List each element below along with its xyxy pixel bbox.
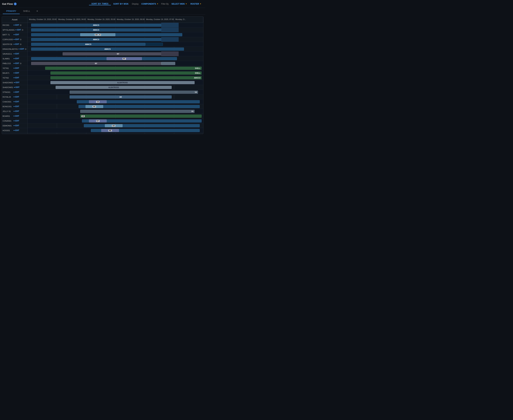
info-icon[interactable]: i	[14, 3, 17, 5]
bar-batt71-ak[interactable]: AK N	[80, 33, 115, 36]
target-icon: ◎	[20, 38, 22, 41]
time-col-4: Monday, October 19, 2020, 06:00	[115, 17, 145, 22]
bar-yeti62-amoco[interactable]: AMOCO	[51, 76, 202, 79]
asset-name: SAVAGE11	[3, 53, 13, 55]
bar-sentry30-awacs[interactable]: AWACS	[31, 43, 145, 46]
asset-name: DEMON01	[3, 125, 13, 127]
components-arrow-icon: ▼	[157, 3, 159, 5]
bar-hoss01-me[interactable]: ME	[101, 129, 119, 132]
row-boar01: VA	[28, 114, 203, 119]
edit-dragonlady01[interactable]: ✏EDIT	[18, 48, 24, 50]
edit-sting01[interactable]: ✏EDIT	[14, 91, 19, 93]
gantt-header: Asset Monday, October 19, 2020, 03:00 Mo…	[2, 17, 203, 23]
bar-savage11-ny[interactable]: NY	[63, 52, 173, 55]
edit-sentry30[interactable]: ✏EDIT	[14, 43, 19, 45]
display-label: Display	[131, 3, 140, 5]
bar-baja71-green[interactable]: SHELL	[51, 71, 202, 75]
edit-royal34[interactable]: ✏EDIT	[14, 96, 19, 98]
bar-conan01-ny[interactable]: NY	[89, 119, 107, 122]
edit-boar01[interactable]: ✏EDIT	[14, 115, 19, 117]
bar-rico01-awacs[interactable]: AWACS	[31, 24, 161, 27]
bar-demon01-ak[interactable]: AK	[105, 124, 123, 127]
edit-savage11[interactable]: ✏EDIT	[14, 53, 19, 55]
edit-shadow02[interactable]: ✏EDIT	[14, 82, 20, 83]
bar-royal34-ak[interactable]: AK	[70, 95, 172, 98]
label-shadow02: SHADOW02 ✏EDIT	[2, 80, 27, 85]
row-sentry30: AWACS	[28, 42, 203, 47]
bar-chaos01-va[interactable]: VA	[89, 100, 107, 103]
edit-spyglass01[interactable]: ✏EDIT	[15, 29, 21, 31]
gantt-labels: RICO01 ✏EDIT ◎ SPYGLASS01 ✏EDIT ◎ BATT 7…	[2, 23, 28, 134]
row-rico01: AWACS	[28, 23, 203, 28]
select-msn-arrow-icon: ▼	[185, 3, 187, 5]
asset-name: YETI62	[3, 77, 13, 79]
bar-boar01-va[interactable]: VA	[80, 115, 202, 118]
label-savage11: SAVAGE11 ✏EDIT	[2, 52, 27, 56]
row-dragonlady01: AWACS	[28, 47, 203, 52]
row-baja71: SHELL	[28, 71, 203, 75]
bar-spyglass01-awacs[interactable]: AWACS	[31, 28, 161, 31]
edit-yeti62[interactable]: ✏EDIT	[14, 77, 19, 79]
bar-shadow01-albatross[interactable]: ALBATROSS	[56, 86, 172, 89]
bar-sting01-va[interactable]: VA	[70, 91, 198, 94]
edit-baja71[interactable]: ✏EDIT	[14, 72, 19, 74]
row-batt71: AK N	[28, 32, 203, 37]
sort-by-msn-btn[interactable]: SORT BY MSN	[111, 3, 131, 5]
bar-yeti61-green[interactable]: SHELL	[45, 67, 202, 70]
sort-by-times-btn[interactable]: SORT BY TIMES	[89, 3, 111, 5]
edit-pablo15[interactable]: ✏EDIT	[14, 62, 19, 64]
edit-shadow01[interactable]: ✏EDIT	[14, 86, 20, 88]
row-pablo15: NY	[28, 61, 203, 66]
asset-name: RICO01	[3, 24, 13, 26]
edit-demon01[interactable]: ✏EDIT	[14, 125, 19, 127]
label-boar01: BOAR01 ✏EDIT	[2, 114, 27, 119]
edit-yeti61[interactable]: ✏EDIT	[14, 67, 19, 69]
tab-primary[interactable]: PRIMARY	[3, 8, 20, 14]
roster-dropdown[interactable]: ROSTER ▼	[189, 3, 203, 5]
time-col-5: Monday, October 19, 2020, 07:00	[145, 17, 174, 22]
gantt-body: RICO01 ✏EDIT ◎ SPYGLASS01 ✏EDIT ◎ BATT 7…	[2, 23, 203, 134]
asset-name: YETI61	[3, 67, 13, 69]
row-shadow02: ALBATROSS	[28, 80, 203, 85]
label-pablo15: PABLO15 ✏EDIT ◎	[2, 61, 27, 66]
edit-hoss01[interactable]: ✏EDIT	[14, 129, 19, 131]
asset-name: ROYAL34	[3, 96, 13, 98]
tabs-bar: PRIMARY SHELL +	[0, 8, 205, 15]
time-col-2: Monday, October 19, 2020, 04:00	[57, 17, 86, 22]
tab-shell[interactable]: SHELL	[20, 8, 34, 14]
edit-corvuss5[interactable]: ✏EDIT	[14, 38, 19, 40]
components-dropdown[interactable]: COMPONENTS ▼	[140, 3, 160, 5]
row-shadow01: ALBATROSS	[28, 85, 203, 90]
select-msn-dropdown[interactable]: SELECT MSN ▼	[170, 3, 189, 5]
label-demon01: DEMON01 ✏EDIT	[2, 123, 27, 128]
edit-batt71[interactable]: ✏EDIT	[14, 34, 19, 36]
target-icon: ◎	[22, 29, 23, 31]
bar-slam01-ny[interactable]: NY	[107, 57, 142, 60]
edit-slam01[interactable]: ✏EDIT	[14, 58, 19, 60]
asset-name: SLAM01	[3, 58, 13, 60]
row-yeti62: AMOCO	[28, 75, 203, 80]
asset-name: STING01	[3, 91, 13, 93]
add-tab-button[interactable]: +	[35, 9, 39, 14]
asset-name: BOAR01	[3, 115, 13, 117]
label-rico01: RICO01 ✏EDIT ◎	[2, 23, 27, 28]
label-hoss01: HOSS01 ✏EDIT	[2, 128, 27, 133]
bar-bongo01-ak[interactable]: AK	[85, 105, 103, 108]
timeline-header: Monday, October 19, 2020, 03:00 Monday, …	[28, 17, 203, 22]
gantt-wrapper: Asset Monday, October 19, 2020, 03:00 Mo…	[0, 15, 205, 134]
bar-dragonlady01-awacs[interactable]: AWACS	[31, 48, 184, 51]
asset-header: Asset	[2, 17, 28, 22]
bar-shadow02-albatross[interactable]: ALBATROSS	[51, 81, 195, 84]
bar-jolly01-va[interactable]: VA	[80, 110, 195, 113]
bar-pablo15-ny[interactable]: NY	[31, 62, 161, 65]
edit-rico01[interactable]: ✏EDIT	[14, 24, 19, 26]
edit-chaos01[interactable]: ✏EDIT	[14, 101, 19, 103]
edit-jolly01[interactable]: ✏EDIT	[14, 110, 19, 112]
label-baja71: BAJA71 ✏EDIT	[2, 71, 27, 75]
edit-conan01[interactable]: ✏EDIT	[14, 120, 19, 122]
bar-corvuss5-awacs[interactable]: AWACS	[31, 38, 161, 41]
edit-bongo01[interactable]: ✏EDIT	[14, 105, 19, 107]
asset-name: CORVUSS5	[3, 38, 13, 41]
time-col-3: Monday, October 19, 2020, 05:00	[86, 17, 115, 22]
time-col-1: Monday, October 19, 2020, 03:00	[28, 17, 57, 22]
